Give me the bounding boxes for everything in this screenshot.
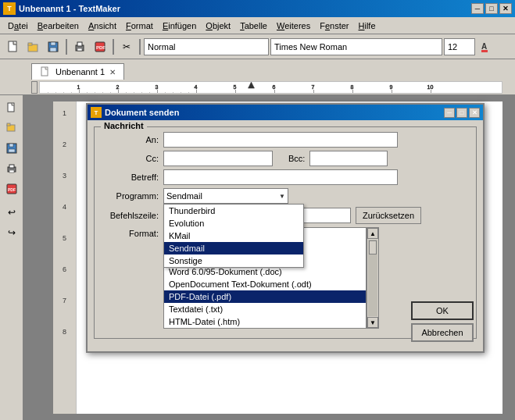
svg-rect-60 <box>9 170 14 173</box>
dropdown-arrow-icon: ▼ <box>279 193 285 200</box>
program-dropdown[interactable]: Sendmail ▼ <box>163 188 288 204</box>
title-bar: T Unbenannt 1 - TextMaker ─ □ ✕ <box>0 0 515 17</box>
print-button[interactable] <box>70 37 89 56</box>
left-tool-undo[interactable]: ↩ <box>2 203 21 222</box>
tab-close-button[interactable]: ✕ <box>109 68 116 77</box>
minimize-button[interactable]: ─ <box>471 3 484 14</box>
program-dropdown-list[interactable]: Thunderbird Evolution KMail Sendmail Son… <box>163 204 304 268</box>
tab-bar: Unbenannt 1 ✕ <box>0 59 515 80</box>
ok-button[interactable]: OK <box>411 301 474 320</box>
program-selected-value: Sendmail <box>166 191 202 201</box>
main-area: PDF ↩ ↪ 1 2 3 4 5 6 7 8 T <box>0 95 515 420</box>
svg-rect-59 <box>9 165 14 168</box>
program-option-kmail[interactable]: KMail <box>164 230 303 242</box>
program-dropdown-container: Sendmail ▼ Thunderbird Evolution KMail S… <box>163 188 288 204</box>
maximize-button[interactable]: □ <box>485 3 498 14</box>
menu-einfuegen[interactable]: Einfügen <box>158 20 201 32</box>
program-label: Programm: <box>101 191 163 201</box>
left-tool-print[interactable] <box>2 159 21 178</box>
cc-bcc-row: Cc: Bcc: <box>101 151 470 166</box>
an-input[interactable] <box>163 132 398 148</box>
svg-rect-2 <box>28 43 32 45</box>
font-color-button[interactable]: A <box>477 37 495 56</box>
left-tool-save[interactable] <box>2 139 21 158</box>
cc-input[interactable] <box>163 151 273 166</box>
dialog-minimize-button[interactable]: ─ <box>444 108 455 118</box>
style-dropdown[interactable]: Normal <box>144 38 269 55</box>
betreff-label: Betreff: <box>101 173 163 182</box>
new-document-button[interactable] <box>3 37 22 56</box>
format-option-odt[interactable]: OpenDocument Text-Dokument (.odt) <box>164 278 366 290</box>
svg-text:10: 10 <box>427 84 434 90</box>
program-option-sendmail[interactable]: Sendmail <box>164 242 303 254</box>
bcc-input[interactable] <box>309 151 388 166</box>
cancel-button[interactable]: Abbrechen <box>411 323 474 342</box>
toolbar-separator-3 <box>139 39 141 55</box>
program-option-sonstige[interactable]: Sonstige <box>164 254 303 267</box>
window-controls: ─ □ ✕ <box>471 3 512 14</box>
send-document-dialog: T Dokument senden ─ □ ✕ Nachricht An: <box>86 103 485 353</box>
svg-rect-4 <box>51 42 55 45</box>
menu-ansicht[interactable]: Ansicht <box>84 20 121 32</box>
program-option-evolution[interactable]: Evolution <box>164 217 303 230</box>
program-row: Programm: Sendmail ▼ Thunderbird Evoluti… <box>101 188 470 204</box>
scroll-track <box>368 240 377 316</box>
svg-rect-57 <box>9 149 15 152</box>
dialog-overlay: T Dokument senden ─ □ ✕ Nachricht An: <box>23 95 515 420</box>
menu-bearbeiten[interactable]: Bearbeiten <box>33 20 84 32</box>
format-option-txt[interactable]: Textdatei (.txt) <box>164 303 366 315</box>
toolbar: PDF ✂ Normal Times New Roman 12 A <box>0 34 515 59</box>
betreff-input[interactable] <box>163 169 398 185</box>
format-option-pdf[interactable]: PDF-Datei (.pdf) <box>164 290 366 303</box>
menu-format[interactable]: Format <box>121 20 158 32</box>
document-tab[interactable]: Unbenannt 1 ✕ <box>31 63 124 80</box>
program-option-thunderbird[interactable]: Thunderbird <box>164 205 303 217</box>
scroll-down-button[interactable]: ▼ <box>367 317 378 328</box>
dialog-content: Nachricht An: Cc: Bcc: <box>88 120 483 351</box>
svg-rect-12 <box>481 50 488 52</box>
toolbar-separator-1 <box>66 39 67 55</box>
open-button[interactable] <box>23 37 42 56</box>
menu-objekt[interactable]: Objekt <box>201 20 235 32</box>
left-tool-redo[interactable]: ↪ <box>2 223 21 242</box>
left-tool-1[interactable] <box>2 98 21 117</box>
menu-fenster[interactable]: Fenster <box>315 20 353 32</box>
bcc-group: Bcc: <box>288 151 388 166</box>
cmd-label: Befehlszeile: <box>101 211 163 220</box>
left-tool-pdf[interactable]: PDF <box>2 180 21 198</box>
svg-rect-56 <box>9 144 13 147</box>
reset-button[interactable]: Zurücksetzen <box>356 207 421 224</box>
svg-rect-54 <box>7 123 10 126</box>
cc-label: Cc: <box>101 154 163 163</box>
ruler-corner[interactable] <box>31 81 38 94</box>
svg-text:A: A <box>481 42 487 51</box>
format-option-htm[interactable]: HTML-Datei (.htm) <box>164 315 366 328</box>
dialog-maximize-button[interactable]: □ <box>456 108 467 118</box>
pdf-button[interactable]: PDF <box>91 37 109 56</box>
menu-tabelle[interactable]: Tabelle <box>235 20 272 32</box>
app-icon: T <box>3 2 16 15</box>
menu-hilfe[interactable]: Hilfe <box>354 20 381 32</box>
svg-rect-0 <box>9 41 16 52</box>
scissors-button[interactable]: ✂ <box>117 37 136 56</box>
close-button[interactable]: ✕ <box>499 3 512 14</box>
dialog-window-controls: ─ □ ✕ <box>444 108 480 118</box>
menu-weiteres[interactable]: Weiteres <box>272 20 315 32</box>
document-area: 1 2 3 4 5 6 7 8 T Dokument senden ─ □ <box>23 95 515 420</box>
scroll-thumb[interactable] <box>369 240 377 254</box>
bcc-label: Bcc: <box>288 154 309 163</box>
font-dropdown[interactable]: Times New Roman <box>270 38 442 55</box>
svg-text:8: 8 <box>351 84 354 90</box>
menu-datei[interactable]: Datei <box>3 20 33 32</box>
svg-text:5: 5 <box>234 84 237 90</box>
left-tool-2[interactable] <box>2 119 21 137</box>
scroll-up-button[interactable]: ▲ <box>367 228 378 239</box>
size-dropdown[interactable]: 12 <box>444 38 475 55</box>
toolbar-separator-2 <box>113 39 114 55</box>
save-button[interactable] <box>44 37 63 56</box>
svg-marker-35 <box>249 82 255 88</box>
dialog-close-button[interactable]: ✕ <box>469 108 480 118</box>
svg-rect-13 <box>41 67 48 76</box>
group-label: Nachricht <box>101 121 147 130</box>
listbox-scrollbar[interactable]: ▲ ▼ <box>367 227 379 329</box>
